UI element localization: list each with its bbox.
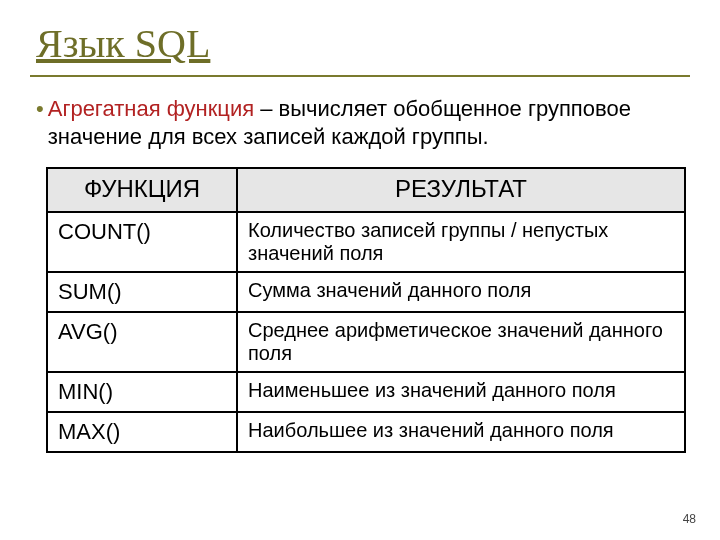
cell-result: Сумма значений данного поля — [237, 272, 685, 312]
table-row: MIN() Наименьшее из значений данного пол… — [47, 372, 685, 412]
cell-function: AVG() — [47, 312, 237, 372]
table-row: COUNT() Количество записей группы / непу… — [47, 212, 685, 272]
table-row: SUM() Сумма значений данного поля — [47, 272, 685, 312]
bullet-dot-icon: • — [36, 95, 44, 123]
col-header-function: ФУНКЦИЯ — [47, 168, 237, 212]
page-title: Язык SQL — [36, 20, 690, 67]
slide-number: 48 — [683, 512, 696, 526]
col-header-result: РЕЗУЛЬТАТ — [237, 168, 685, 212]
cell-function: COUNT() — [47, 212, 237, 272]
cell-result: Среднее арифметическое значений данного … — [237, 312, 685, 372]
table-row: AVG() Среднее арифметическое значений да… — [47, 312, 685, 372]
bullet-term: Агрегатная функция — [48, 96, 254, 121]
cell-result: Количество записей группы / непустых зна… — [237, 212, 685, 272]
cell-function: MIN() — [47, 372, 237, 412]
cell-function: SUM() — [47, 272, 237, 312]
bullet-paragraph: • Агрегатная функция – вычисляет обобщен… — [36, 95, 690, 151]
table-row: MAX() Наибольшее из значений данного пол… — [47, 412, 685, 452]
functions-table: ФУНКЦИЯ РЕЗУЛЬТАТ COUNT() Количество зап… — [46, 167, 686, 453]
cell-result: Наименьшее из значений данного поля — [237, 372, 685, 412]
cell-function: MAX() — [47, 412, 237, 452]
table-header-row: ФУНКЦИЯ РЕЗУЛЬТАТ — [47, 168, 685, 212]
bullet-text: Агрегатная функция – вычисляет обобщенно… — [48, 95, 690, 151]
cell-result: Наибольшее из значений данного поля — [237, 412, 685, 452]
title-underline-rule — [30, 75, 690, 77]
